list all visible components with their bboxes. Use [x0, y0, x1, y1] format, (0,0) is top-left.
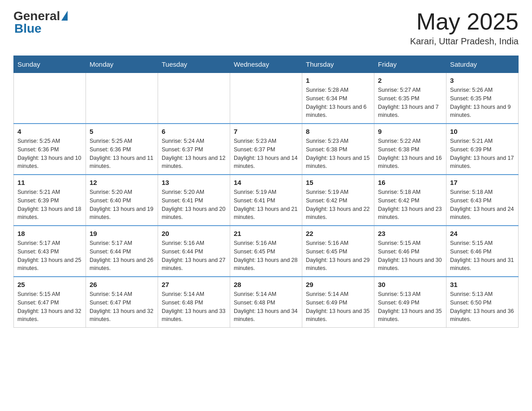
calendar-cell: 26Sunrise: 5:14 AMSunset: 6:47 PMDayligh…: [86, 277, 158, 328]
calendar-cell: 2Sunrise: 5:27 AMSunset: 6:35 PMDaylight…: [374, 73, 446, 124]
calendar-cell: 28Sunrise: 5:14 AMSunset: 6:48 PMDayligh…: [230, 277, 302, 328]
day-number: 11: [17, 179, 82, 186]
calendar-cell: 7Sunrise: 5:23 AMSunset: 6:37 PMDaylight…: [230, 124, 302, 175]
logo: General Blue: [13, 9, 68, 36]
day-number: 22: [306, 230, 370, 237]
day-info: Sunrise: 5:28 AMSunset: 6:34 PMDaylight:…: [306, 86, 370, 120]
day-of-week-header: Friday: [374, 56, 446, 73]
calendar-cell: 8Sunrise: 5:23 AMSunset: 6:38 PMDaylight…: [302, 124, 374, 175]
day-of-week-header: Thursday: [302, 56, 374, 73]
day-number: 5: [90, 128, 154, 135]
day-of-week-header: Tuesday: [158, 56, 230, 73]
day-info: Sunrise: 5:21 AMSunset: 6:39 PMDaylight:…: [17, 188, 82, 222]
calendar-cell: 23Sunrise: 5:15 AMSunset: 6:46 PMDayligh…: [374, 226, 446, 277]
calendar-cell: 31Sunrise: 5:13 AMSunset: 6:50 PMDayligh…: [446, 277, 519, 328]
day-info: Sunrise: 5:18 AMSunset: 6:43 PMDaylight:…: [450, 188, 515, 222]
calendar-cell: [230, 73, 302, 124]
day-info: Sunrise: 5:14 AMSunset: 6:48 PMDaylight:…: [162, 290, 226, 324]
day-info: Sunrise: 5:21 AMSunset: 6:39 PMDaylight:…: [450, 137, 515, 171]
day-info: Sunrise: 5:17 AMSunset: 6:43 PMDaylight:…: [17, 239, 82, 273]
calendar-cell: 25Sunrise: 5:15 AMSunset: 6:47 PMDayligh…: [14, 277, 86, 328]
day-number: 16: [378, 179, 442, 186]
day-info: Sunrise: 5:23 AMSunset: 6:37 PMDaylight:…: [234, 137, 298, 171]
day-info: Sunrise: 5:13 AMSunset: 6:49 PMDaylight:…: [378, 290, 442, 324]
page-header: General Blue May 2025 Karari, Uttar Prad…: [13, 9, 519, 47]
calendar-cell: 5Sunrise: 5:25 AMSunset: 6:36 PMDaylight…: [86, 124, 158, 175]
calendar-cell: 12Sunrise: 5:20 AMSunset: 6:40 PMDayligh…: [86, 175, 158, 226]
day-number: 28: [234, 281, 298, 288]
day-number: 27: [162, 281, 226, 288]
calendar-cell: 18Sunrise: 5:17 AMSunset: 6:43 PMDayligh…: [14, 226, 86, 277]
location-subtitle: Karari, Uttar Pradesh, India: [410, 36, 519, 47]
day-of-week-header: Wednesday: [230, 56, 302, 73]
day-number: 26: [90, 281, 154, 288]
calendar-cell: 15Sunrise: 5:19 AMSunset: 6:42 PMDayligh…: [302, 175, 374, 226]
day-number: 25: [17, 281, 82, 288]
month-year-title: May 2025: [410, 9, 519, 34]
day-info: Sunrise: 5:25 AMSunset: 6:36 PMDaylight:…: [90, 137, 154, 171]
day-number: 31: [450, 281, 515, 288]
calendar-cell: [158, 73, 230, 124]
day-info: Sunrise: 5:20 AMSunset: 6:40 PMDaylight:…: [90, 188, 154, 222]
day-number: 19: [90, 230, 154, 237]
calendar-cell: 1Sunrise: 5:28 AMSunset: 6:34 PMDaylight…: [302, 73, 374, 124]
calendar-cell: 6Sunrise: 5:24 AMSunset: 6:37 PMDaylight…: [158, 124, 230, 175]
day-number: 18: [17, 230, 82, 237]
day-number: 14: [234, 179, 298, 186]
day-info: Sunrise: 5:23 AMSunset: 6:38 PMDaylight:…: [306, 137, 370, 171]
day-number: 29: [306, 281, 370, 288]
day-number: 8: [306, 128, 370, 135]
calendar-cell: 19Sunrise: 5:17 AMSunset: 6:44 PMDayligh…: [86, 226, 158, 277]
day-info: Sunrise: 5:18 AMSunset: 6:42 PMDaylight:…: [378, 188, 442, 222]
logo-triangle-icon: [61, 11, 68, 21]
day-number: 15: [306, 179, 370, 186]
day-number: 20: [162, 230, 226, 237]
calendar-cell: 27Sunrise: 5:14 AMSunset: 6:48 PMDayligh…: [158, 277, 230, 328]
calendar-cell: 20Sunrise: 5:16 AMSunset: 6:44 PMDayligh…: [158, 226, 230, 277]
day-of-week-header: Saturday: [446, 56, 519, 73]
day-number: 1: [306, 77, 370, 84]
day-number: 4: [17, 128, 82, 135]
day-number: 21: [234, 230, 298, 237]
calendar-cell: 16Sunrise: 5:18 AMSunset: 6:42 PMDayligh…: [374, 175, 446, 226]
day-of-week-header: Sunday: [14, 56, 86, 73]
day-info: Sunrise: 5:19 AMSunset: 6:42 PMDaylight:…: [306, 188, 370, 222]
calendar-cell: 30Sunrise: 5:13 AMSunset: 6:49 PMDayligh…: [374, 277, 446, 328]
day-info: Sunrise: 5:13 AMSunset: 6:50 PMDaylight:…: [450, 290, 515, 324]
day-info: Sunrise: 5:16 AMSunset: 6:45 PMDaylight:…: [234, 239, 298, 273]
calendar-cell: 17Sunrise: 5:18 AMSunset: 6:43 PMDayligh…: [446, 175, 519, 226]
day-info: Sunrise: 5:17 AMSunset: 6:44 PMDaylight:…: [90, 239, 154, 273]
calendar-cell: 29Sunrise: 5:14 AMSunset: 6:49 PMDayligh…: [302, 277, 374, 328]
day-number: 17: [450, 179, 515, 186]
logo-blue-text: Blue: [13, 21, 42, 36]
calendar-cell: 14Sunrise: 5:19 AMSunset: 6:41 PMDayligh…: [230, 175, 302, 226]
day-number: 12: [90, 179, 154, 186]
day-number: 2: [378, 77, 442, 84]
day-info: Sunrise: 5:15 AMSunset: 6:46 PMDaylight:…: [450, 239, 515, 273]
calendar-cell: 11Sunrise: 5:21 AMSunset: 6:39 PMDayligh…: [14, 175, 86, 226]
day-number: 3: [450, 77, 515, 84]
day-number: 7: [234, 128, 298, 135]
calendar-cell: [14, 73, 86, 124]
day-info: Sunrise: 5:19 AMSunset: 6:41 PMDaylight:…: [234, 188, 298, 222]
calendar-cell: 24Sunrise: 5:15 AMSunset: 6:46 PMDayligh…: [446, 226, 519, 277]
day-number: 10: [450, 128, 515, 135]
day-info: Sunrise: 5:14 AMSunset: 6:49 PMDaylight:…: [306, 290, 370, 324]
calendar-cell: 21Sunrise: 5:16 AMSunset: 6:45 PMDayligh…: [230, 226, 302, 277]
day-info: Sunrise: 5:14 AMSunset: 6:48 PMDaylight:…: [234, 290, 298, 324]
day-info: Sunrise: 5:22 AMSunset: 6:38 PMDaylight:…: [378, 137, 442, 171]
calendar-cell: 10Sunrise: 5:21 AMSunset: 6:39 PMDayligh…: [446, 124, 519, 175]
day-number: 9: [378, 128, 442, 135]
day-info: Sunrise: 5:25 AMSunset: 6:36 PMDaylight:…: [17, 137, 82, 171]
calendar-table: SundayMondayTuesdayWednesdayThursdayFrid…: [13, 56, 519, 328]
calendar-cell: [86, 73, 158, 124]
day-number: 24: [450, 230, 515, 237]
calendar-cell: 3Sunrise: 5:26 AMSunset: 6:35 PMDaylight…: [446, 73, 519, 124]
day-number: 23: [378, 230, 442, 237]
day-of-week-header: Monday: [86, 56, 158, 73]
day-info: Sunrise: 5:15 AMSunset: 6:46 PMDaylight:…: [378, 239, 442, 273]
calendar-cell: 22Sunrise: 5:16 AMSunset: 6:45 PMDayligh…: [302, 226, 374, 277]
day-info: Sunrise: 5:24 AMSunset: 6:37 PMDaylight:…: [162, 137, 226, 171]
day-info: Sunrise: 5:14 AMSunset: 6:47 PMDaylight:…: [90, 290, 154, 324]
day-number: 30: [378, 281, 442, 288]
